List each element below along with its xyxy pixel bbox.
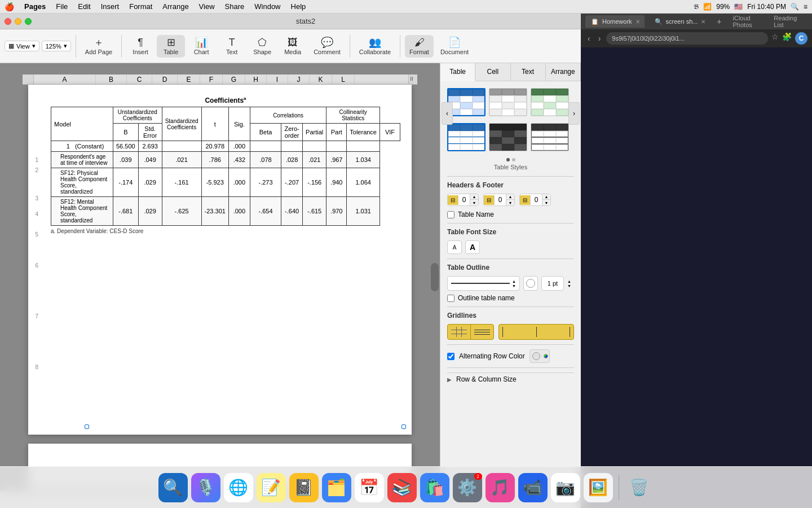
menu-help[interactable]: Help xyxy=(286,1,311,12)
header-rows-up[interactable]: ▲ xyxy=(470,194,478,200)
extension-icon[interactable]: 🧩 xyxy=(782,32,792,45)
outline-line-picker[interactable]: ▲ ▼ xyxy=(447,276,520,291)
notification-icon[interactable]: ≡ xyxy=(804,3,807,11)
font-size-increase[interactable]: A xyxy=(465,240,480,254)
dock-appstore[interactable]: 🛍️ xyxy=(420,473,449,502)
tab-arrange[interactable]: Arrange xyxy=(546,63,581,81)
outline-up[interactable]: ▲ xyxy=(512,279,516,283)
outline-stepper[interactable]: ▲ ▼ xyxy=(512,279,516,288)
menu-format[interactable]: Format xyxy=(125,1,157,12)
gridlines-row-btn[interactable] xyxy=(471,325,493,339)
selection-handle-right[interactable] xyxy=(401,424,406,429)
comment-button[interactable]: 💬 Comment xyxy=(309,35,345,58)
dock-books[interactable]: 📚 xyxy=(387,473,417,502)
header-rows-down[interactable]: ▼ xyxy=(470,200,478,205)
dock-calendar[interactable]: 📅 xyxy=(355,473,384,502)
pt-up[interactable]: ▲ xyxy=(567,279,574,283)
pt-arrows[interactable]: ▲ ▼ xyxy=(567,279,574,288)
icloud-photos-link[interactable]: iCloud Photos xyxy=(733,15,771,28)
text-button[interactable]: T Text xyxy=(218,35,246,58)
tab-cell[interactable]: Cell xyxy=(475,63,510,81)
menu-share[interactable]: Share xyxy=(220,1,249,12)
format-button[interactable]: 🖌 Format xyxy=(405,35,434,58)
zoom-button[interactable] xyxy=(25,18,32,25)
font-size-decrease[interactable]: A xyxy=(447,240,462,254)
dock-settings[interactable]: ⚙️ 2 xyxy=(453,473,482,502)
browser-tab-screenshot[interactable]: 🔍 screen sh... ✕ xyxy=(649,15,710,28)
dock-finder[interactable]: 🔍 xyxy=(158,473,188,502)
menu-edit[interactable]: Edit xyxy=(73,1,95,12)
pause-icon[interactable]: ⏸ xyxy=(409,76,414,82)
style-page-dot-2[interactable] xyxy=(512,158,515,161)
dock-files[interactable]: 🗂️ xyxy=(322,473,351,502)
forward-button[interactable]: › xyxy=(596,33,603,44)
pt-down[interactable]: ▼ xyxy=(567,284,574,288)
tab-text[interactable]: Text xyxy=(511,63,546,81)
new-tab-button[interactable]: + xyxy=(714,17,723,26)
header-rows-arrows[interactable]: ▲ ▼ xyxy=(470,194,478,205)
dock-music[interactable]: 🎵 xyxy=(486,473,515,502)
dock-photos[interactable]: 📷 xyxy=(551,473,580,502)
minimize-button[interactable] xyxy=(15,18,21,25)
menu-pages[interactable]: Pages xyxy=(20,1,50,12)
dock-zoom[interactable]: 📹 xyxy=(518,473,548,502)
style-swatch-4[interactable] xyxy=(447,123,486,151)
url-bar[interactable]: 9s9i57j0i10l2j0i22i30j0i1... xyxy=(606,32,768,45)
dock-chrome[interactable]: 🌐 xyxy=(224,473,253,502)
style-page-dot-1[interactable] xyxy=(506,158,510,161)
menu-view[interactable]: View xyxy=(195,1,219,12)
menu-arrange[interactable]: Arrange xyxy=(158,1,193,12)
media-button[interactable]: 🖼 Media xyxy=(279,35,307,58)
footer-rows-down[interactable]: ▼ xyxy=(542,200,550,205)
dock-notes[interactable]: 📝 xyxy=(257,473,286,502)
style-swatch-3[interactable] xyxy=(531,88,569,116)
menu-file[interactable]: File xyxy=(51,1,72,12)
style-next-button[interactable]: › xyxy=(568,102,580,125)
insert-button[interactable]: ¶ Insert xyxy=(126,35,155,58)
menu-window[interactable]: Window xyxy=(250,1,285,12)
table-button[interactable]: ⊞ Table xyxy=(157,35,185,58)
collaborate-button[interactable]: 👥 Collaborate xyxy=(355,35,395,58)
style-swatch-1[interactable] xyxy=(447,88,486,116)
gridlines-all-btn[interactable] xyxy=(448,325,471,339)
style-swatch-6[interactable] xyxy=(531,123,569,151)
dock-preview[interactable]: 🖼️ xyxy=(584,473,613,502)
shape-button[interactable]: ⬠ Shape xyxy=(248,35,276,58)
outline-table-name-checkbox[interactable] xyxy=(447,295,454,302)
bookmark-icon[interactable]: ☆ xyxy=(771,32,779,45)
footer-rows-stepper[interactable]: ⊟ 0 ▲ ▼ xyxy=(519,194,551,206)
row-col-size-section[interactable]: ▶ Row & Column Size xyxy=(447,373,574,386)
document-button[interactable]: 📄 Document xyxy=(436,35,473,58)
alternating-color-picker[interactable] xyxy=(529,349,550,363)
close-button[interactable] xyxy=(5,18,11,25)
footer-rows-up[interactable]: ▲ xyxy=(542,194,550,200)
table-name-checkbox[interactable] xyxy=(447,211,454,218)
style-prev-button[interactable]: ‹ xyxy=(442,102,453,125)
outline-color-button[interactable] xyxy=(523,276,538,291)
search-icon[interactable]: 🔍 xyxy=(791,3,799,11)
browser-tab-homework[interactable]: 📋 Homework ✕ xyxy=(585,15,645,28)
dock-trash[interactable]: 🗑️ xyxy=(625,473,654,502)
scroll-handle[interactable] xyxy=(431,263,439,291)
statistics-table[interactable]: Model Unstandardized Coefficients Standa… xyxy=(51,107,400,226)
dock-notebooks[interactable]: 📓 xyxy=(289,473,319,502)
header-cols-stepper[interactable]: ⊟ 0 ▲ ▼ xyxy=(483,194,515,206)
style-swatch-2[interactable] xyxy=(489,88,527,116)
tab-table[interactable]: Table xyxy=(440,63,475,81)
apple-menu[interactable]: 🍎 xyxy=(5,2,14,11)
screenshot-close[interactable]: ✕ xyxy=(701,19,705,25)
gridlines-col-btn[interactable] xyxy=(499,325,573,339)
outline-pt-input[interactable]: 1 pt xyxy=(541,276,564,291)
header-cols-arrows[interactable]: ▲ ▼ xyxy=(506,194,514,205)
zoom-selector[interactable]: 125% ▾ xyxy=(42,41,71,51)
document-area[interactable]: A B C D E F G H I J K L ⏸ xyxy=(0,63,440,491)
outline-down[interactable]: ▼ xyxy=(512,284,516,288)
header-cols-down[interactable]: ▼ xyxy=(506,200,514,205)
back-button[interactable]: ‹ xyxy=(585,33,593,44)
view-selector[interactable]: ▦ View ▾ xyxy=(5,41,39,51)
footer-rows-arrows[interactable]: ▲ ▼ xyxy=(542,194,550,205)
reading-list-link[interactable]: Reading List xyxy=(774,15,807,28)
alternating-row-checkbox[interactable] xyxy=(447,353,454,360)
menu-insert[interactable]: Insert xyxy=(96,1,124,12)
profile-icon[interactable]: C xyxy=(795,32,807,45)
